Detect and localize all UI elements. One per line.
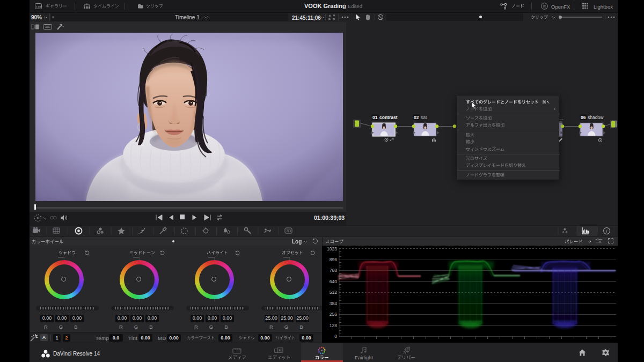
svg-text:i: i xyxy=(606,228,608,234)
svg-text:1023: 1023 xyxy=(327,246,337,252)
svg-text:384: 384 xyxy=(330,301,337,306)
svg-text:...: ... xyxy=(559,115,564,121)
svg-text:06shadow: 06shadow xyxy=(581,115,604,120)
svg-text:512: 512 xyxy=(330,290,337,295)
svg-text:640: 640 xyxy=(330,279,337,284)
svg-text:3D: 3D xyxy=(286,229,291,233)
svg-text:01contrast: 01contrast xyxy=(372,115,398,120)
svg-text:896: 896 xyxy=(330,257,337,262)
svg-text:768: 768 xyxy=(330,268,337,273)
svg-text:128: 128 xyxy=(330,323,337,328)
svg-text:02sat: 02sat xyxy=(414,115,427,120)
svg-text:256: 256 xyxy=(330,312,337,317)
svg-text:fx: fx xyxy=(543,4,546,8)
svg-text:0: 0 xyxy=(334,334,337,339)
